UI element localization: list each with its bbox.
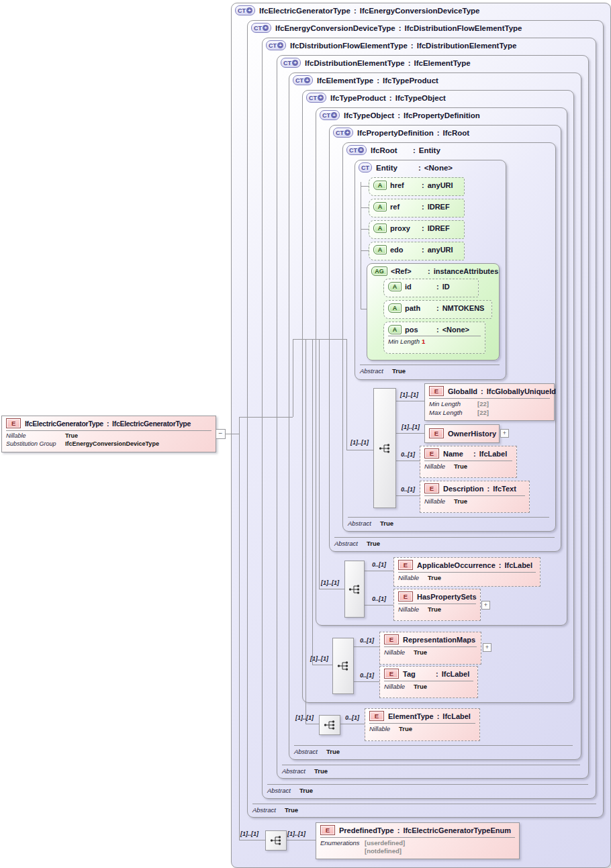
element-icon: E	[429, 386, 444, 396]
sequence-icon	[323, 720, 336, 730]
abstract-facet: AbstractTrue	[267, 787, 313, 794]
sequence-group	[265, 830, 287, 851]
connector-line	[293, 339, 346, 340]
facet-separator	[360, 365, 500, 365]
element-icon: E	[6, 418, 21, 428]
connector-line	[239, 417, 293, 418]
connector-line	[319, 339, 320, 589]
element-representationmaps: E RepresentationMaps NillableTrue	[379, 632, 481, 665]
sequence-group	[344, 561, 365, 618]
complex-type-icon: CT+	[235, 5, 255, 15]
cardinality-label: 0..[1]	[360, 637, 374, 644]
expand-toggle[interactable]: +	[500, 429, 509, 438]
attribute-path: A path:NMTOKENS	[383, 300, 492, 319]
element-icon: E	[424, 448, 439, 459]
cardinality-label: 0..[1]	[401, 451, 415, 458]
facet-separator	[282, 765, 580, 765]
complex-type-icon: CT+	[281, 58, 301, 68]
attribute-proxy: A proxy:IDREF	[369, 220, 465, 239]
cardinality-label: [1]..[1]	[400, 391, 418, 398]
facet-separator	[267, 784, 588, 785]
complex-type-icon: CT+	[266, 40, 286, 50]
element-ownerhistory: E OwnerHistory	[424, 424, 500, 443]
sequence-icon	[348, 584, 361, 595]
abstract-facet: AbstractTrue	[294, 748, 340, 755]
type-title-ifcdistributionelementtype: CT+ IfcDistributionElementType:IfcElemen…	[281, 58, 471, 68]
facet-separator	[348, 517, 549, 518]
facet-separator	[334, 537, 555, 538]
sequence-group	[332, 638, 354, 694]
element-applicableoccurrence: E ApplicableOccurrence:IfcLabel Nillable…	[393, 557, 540, 587]
connector-line	[306, 724, 319, 724]
connector-line	[395, 433, 424, 434]
attribute-icon: A	[373, 224, 387, 233]
attribute-icon: A	[388, 282, 402, 291]
facet-separator	[252, 804, 596, 804]
cardinality-label: 0..[1]	[360, 672, 374, 679]
abstract-facet: AbstractTrue	[282, 767, 328, 775]
cardinality-label: [1]..[1]	[240, 830, 258, 837]
facet-separator	[294, 745, 573, 746]
sequence-icon	[269, 835, 283, 846]
complex-type-icon: CT+	[320, 110, 340, 120]
cardinality-label: [1]..[1]	[295, 714, 314, 721]
connector-line	[312, 339, 313, 665]
type-title-ifcdistributionflowelementtype: CT+ IfcDistributionFlowElementType:IfcDi…	[266, 40, 516, 50]
element-tag: E Tag:IfcLabel NillableTrue	[379, 666, 478, 698]
cardinality-label: [1]..[1]	[402, 424, 420, 430]
complex-type-icon: CT+	[333, 128, 353, 138]
element-name: E Name:IfcLabel NillableTrue	[420, 446, 517, 478]
connector-line	[319, 589, 344, 589]
connector-line	[361, 207, 369, 208]
connector-line	[293, 339, 293, 417]
type-title-entity: CT Entity:<None>	[359, 162, 453, 173]
connector-line	[363, 571, 393, 571]
connector-line	[361, 186, 369, 187]
attribute-href: A href:anyURI	[369, 177, 465, 196]
element-predefinedtype: E PredefinedType:IfcElectricGeneratorTyp…	[316, 822, 520, 859]
abstract-facet: AbstractTrue	[360, 367, 406, 375]
connector-line	[346, 450, 373, 450]
complex-type-icon: CT+	[251, 23, 271, 33]
type-title-ifcelectricgeneratortype: CT+ IfcElectricGeneratorType:IfcEnergyCo…	[235, 5, 480, 15]
complex-type-icon: CT+	[306, 93, 326, 103]
attribute-icon: A	[373, 245, 387, 254]
element-icon: E	[398, 560, 413, 570]
attribute-icon: A	[388, 303, 402, 313]
connector-line	[239, 417, 240, 840]
connector-line	[346, 339, 347, 450]
complex-type-icon: CT	[359, 162, 372, 173]
attribute-icon: A	[388, 325, 402, 334]
element-icon: E	[398, 591, 413, 601]
connector-line	[361, 309, 367, 309]
connector-line	[395, 495, 420, 496]
connector-line	[352, 681, 379, 682]
connector-line	[226, 434, 239, 434]
element-icon: E	[424, 483, 439, 493]
expand-toggle[interactable]: +	[481, 601, 490, 610]
cardinality-label: [1]..[1]	[287, 830, 306, 837]
abstract-facet: AbstractTrue	[334, 540, 380, 547]
abstract-facet: AbstractTrue	[348, 520, 393, 527]
element-icon: E	[320, 825, 335, 835]
type-title-ifctypeproduct: CT+ IfcTypeProduct:IfcTypeObject	[306, 93, 446, 103]
cardinality-label: 0..[1]	[345, 714, 359, 721]
collapse-toggle[interactable]: −	[216, 429, 226, 439]
expand-toggle[interactable]: +	[483, 643, 491, 652]
connector-line	[339, 724, 365, 724]
cardinality-label: [1]..[1]	[310, 655, 328, 662]
element-globalid: E GlobalId:IfcGloballyUniqueId Min Lengt…	[424, 383, 555, 421]
connector-line	[395, 401, 424, 401]
attribute-icon: A	[373, 181, 387, 190]
cardinality-label: [1]..[1]	[321, 579, 339, 586]
abstract-facet: AbstractTrue	[252, 806, 298, 814]
connector-line	[363, 605, 393, 606]
cardinality-label: 0..[1]	[372, 561, 386, 568]
attribute-ref: A ref:IDREF	[369, 199, 465, 218]
element-icon: E	[369, 711, 384, 721]
type-title-ifcroot: CT+ IfcRoot:Entity	[346, 145, 440, 155]
sequence-icon	[336, 661, 350, 671]
sequence-group	[319, 715, 340, 735]
cardinality-label: 0..[1]	[401, 486, 415, 493]
attribute-icon: A	[373, 202, 387, 211]
